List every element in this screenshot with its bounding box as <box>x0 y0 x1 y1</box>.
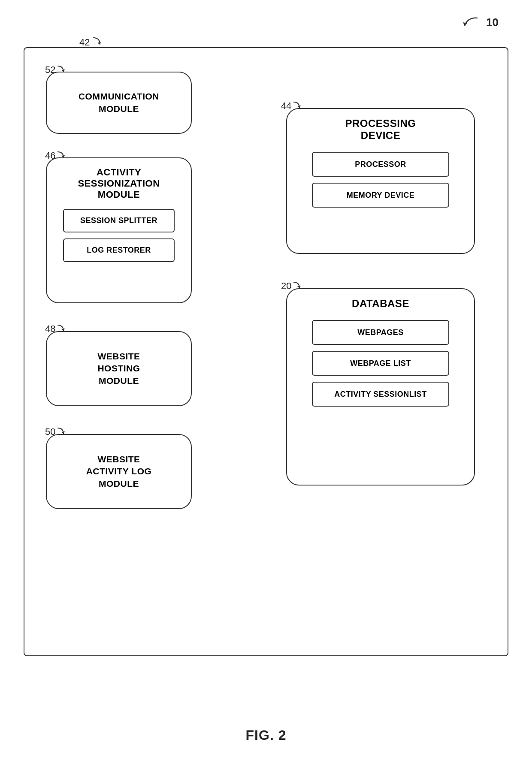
processing-device-title: PROCESSING DEVICE <box>345 118 416 142</box>
webpages-box: WEBPAGES <box>312 320 449 345</box>
arrow-icon <box>461 14 483 31</box>
label-44: 44 <box>281 100 291 112</box>
communication-module-box: COMMUNICATION MODULE <box>46 72 192 134</box>
label-42: 42 <box>79 37 90 48</box>
processing-device-box: PROCESSING DEVICE PROCESSOR MEMORY DEVIC… <box>286 108 475 254</box>
activity-sessionization-title: ACTIVITY SESSIONIZATION MODULE <box>78 167 160 200</box>
website-hosting-text: WEBSITE HOSTING MODULE <box>97 350 140 387</box>
session-splitter-box: SESSION SPLITTER <box>63 209 175 232</box>
database-title: DATABASE <box>352 298 409 310</box>
processor-box: PROCESSOR <box>312 152 449 177</box>
website-hosting-box: WEBSITE HOSTING MODULE <box>46 331 192 406</box>
website-activity-log-text: WEBSITE ACTIVITY LOG MODULE <box>86 453 152 490</box>
figure-caption: FIG. 2 <box>246 727 287 743</box>
database-box: DATABASE WEBPAGES WEBPAGE LIST ACTIVITY … <box>286 288 475 486</box>
webpage-list-box: WEBPAGE LIST <box>312 351 449 376</box>
activity-session-list-box: ACTIVITY SESSION LIST <box>312 382 449 407</box>
figure-ref-container: 10 <box>461 14 499 31</box>
activity-sessionization-box: ACTIVITY SESSIONIZATION MODULE SESSION S… <box>46 157 192 303</box>
page: 10 42 52 COMMUNICATION MODULE <box>0 0 532 769</box>
label-20: 20 <box>281 280 291 292</box>
outer-box: 52 COMMUNICATION MODULE 46 ACTIVITY <box>24 47 508 656</box>
website-activity-log-box: WEBSITE ACTIVITY LOG MODULE <box>46 434 192 509</box>
log-restorer-box: LOG RESTORER <box>63 238 175 262</box>
figure-ref-label: 10 <box>486 16 499 29</box>
memory-device-box: MEMORY DEVICE <box>312 183 449 208</box>
communication-module-text: COMMUNICATION MODULE <box>79 90 159 115</box>
